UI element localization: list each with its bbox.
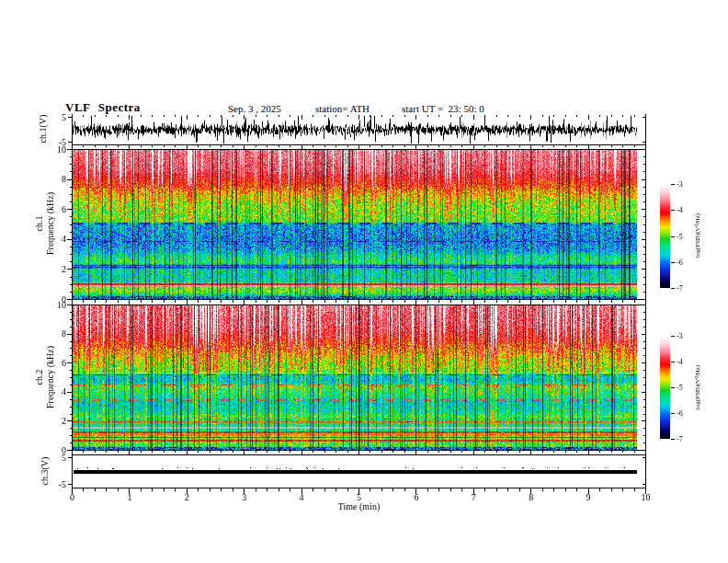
time-tick-label: 6 [407,492,426,503]
ch1-freq-tick-label: 6 [42,204,66,215]
colorbar-2-label: log(PSD)(V²/Hz) [694,365,701,409]
ch2-axis-label: ch.2 [34,370,44,385]
time-tick-label: 5 [350,492,369,503]
ch2-freq-axis-label: Frequency (kHz) [45,346,55,408]
ch1-freq-tick-label: 8 [42,174,66,185]
colorbar-1-tick-label: -7 [677,284,683,293]
ch2-freq-tick-label: 2 [42,416,66,427]
time-tick-label: 3 [235,492,254,503]
colorbar-1-tick-label: -6 [677,259,683,268]
ch1-volt-tick-label: 5 [42,112,66,123]
time-tick-label: 9 [579,492,597,503]
time-tick-label: 4 [292,492,311,503]
colorbar-2-tick-label: -7 [677,435,683,444]
colorbar-1-tick-label: -4 [677,206,683,215]
ch3-volt-tick-label: -5 [42,479,66,490]
ch1-freq-tick-label: 4 [42,234,66,245]
vlf-spectra-figure: VLF Spectra Sep. 3 , 2025 station= ATH s… [0,0,728,563]
time-tick-label: 10 [637,492,655,503]
colorbar-2-tick-label: -3 [677,332,683,341]
ch1-freq-tick-label: 2 [42,264,66,275]
ch1-freq-axis-label: Frequency (kHz) [45,192,55,255]
colorbar-1-tick-label: -5 [677,233,683,242]
ch3-volt-tick-label: 5 [42,453,66,464]
axes-and-ticks [0,0,728,563]
ch2-freq-tick-label: 6 [42,358,66,369]
colorbar-2-tick-label: -4 [677,358,683,367]
colorbar-1-label: log(PSD)(V²/Hz) [694,213,701,258]
colorbar-2-tick-label: -5 [677,384,683,393]
time-tick-label: 7 [464,492,483,503]
time-tick-label: 8 [522,492,540,503]
ch2-freq-tick-label: 4 [42,386,66,397]
ch2-freq-tick-label: 8 [42,328,66,339]
time-tick-label: 2 [177,492,196,503]
ch1-freq-tick-label: 0 [42,294,66,305]
colorbar-1-tick-label: -3 [677,180,683,190]
ch1-axis-label: ch.1 [34,216,44,232]
time-tick-label: 1 [120,492,139,503]
colorbar-2-tick-label: -6 [677,409,683,419]
time-tick-label: 0 [63,492,82,503]
ch1-volt-tick-label: -5 [42,137,66,148]
